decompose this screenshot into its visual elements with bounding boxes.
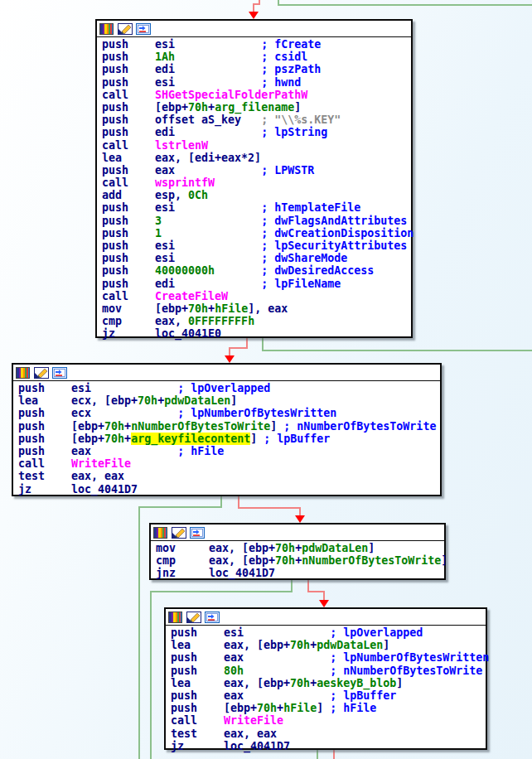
code-segment: ] (441, 554, 447, 567)
code-line[interactable]: jnz loc_4041D7 (156, 567, 444, 579)
code-line[interactable]: push 40000000h ; dwDesiredAccess (102, 264, 411, 277)
code-segment: push ecx (18, 407, 177, 419)
node-color-icon[interactable] (168, 612, 183, 623)
code-line[interactable]: push ecx ; lpNumberOfBytesWritten (18, 407, 440, 419)
block-code: push esi ; lpOverlappedlea eax, [ebp+70h… (166, 626, 486, 752)
code-line[interactable]: test eax, eax (171, 728, 486, 740)
block-writefile-1[interactable]: push esi ; lpOverlappedlea ecx, [ebp+70h… (12, 363, 442, 496)
code-line[interactable]: push edi ; pszPath (102, 63, 411, 75)
code-segment: lea ecx, [ebp+ (18, 394, 138, 407)
code-line[interactable]: call wsprintfW (102, 176, 411, 189)
code-line[interactable]: mov [ebp+70h+hFile], eax (102, 302, 411, 315)
code-line[interactable]: cmp eax, [ebp+70h+nNumberOfBytesToWrite] (156, 554, 444, 567)
edge-segment (150, 591, 293, 592)
code-line[interactable]: jz loc_4041E0 (102, 327, 411, 340)
code-segment: push eax (18, 445, 177, 457)
edit-comment-icon[interactable] (186, 612, 201, 623)
group-node-icon[interactable] (190, 527, 205, 539)
group-node-icon[interactable] (205, 612, 220, 623)
code-segment: push edi (102, 126, 261, 138)
code-line[interactable]: jz loc_4041D7 (171, 740, 486, 752)
code-segment: ; dwDesiredAccess (261, 264, 374, 277)
code-segment: 70h (257, 702, 277, 714)
edge-arrowhead-icon (249, 12, 259, 19)
block-title-bar (97, 21, 411, 37)
code-segment: push offset aS_key (102, 114, 261, 126)
code-line[interactable]: push edi ; lpFileName (102, 278, 411, 290)
block-code: mov eax, [ebp+70h+pdwDataLen]cmp eax, [e… (151, 541, 444, 580)
code-line[interactable]: push eax ; lpNumberOfBytesWritten (171, 651, 486, 664)
code-line[interactable]: push [ebp+70h+arg_filename] (102, 101, 411, 114)
code-line[interactable]: lea eax, [ebp+70h+aeskeyB_blob] (171, 677, 486, 689)
code-line[interactable]: push 1Ah ; csidl (102, 51, 411, 63)
code-line[interactable]: push esi ; fCreate (102, 38, 411, 51)
code-line[interactable]: lea eax, [edi+eax*2] (102, 152, 411, 164)
code-segment: aeskeyB_blob (317, 677, 396, 689)
code-line[interactable]: call WriteFile (171, 714, 486, 727)
code-segment: + (310, 639, 317, 651)
block-createfile[interactable]: push esi ; fCreatepush 1Ah ; csidlpush e… (95, 19, 413, 338)
code-line[interactable]: push eax ; LPWSTR (102, 164, 411, 176)
code-segment: ; nNumberOfBytesToWrite (283, 420, 436, 433)
code-line[interactable]: push [ebp+70h+nNumberOfBytesToWrite] ; n… (18, 420, 440, 433)
code-segment: ] (396, 677, 403, 689)
code-line[interactable]: push [ebp+70h+hFile] ; hFile (171, 702, 486, 714)
code-line[interactable]: push 3 ; dwFlagsAndAttributes (102, 215, 411, 227)
code-line[interactable]: push esi ; hwnd (102, 76, 411, 89)
code-segment: ; lpOverlapped (177, 382, 270, 394)
code-line[interactable]: push [ebp+70h+arg_keyfilecontent] ; lpBu… (18, 433, 440, 445)
code-segment: push esi (18, 382, 177, 394)
code-segment: jnz loc_4041D7 (156, 567, 275, 579)
code-line[interactable]: add esp, 0Ch (102, 189, 411, 201)
edit-comment-icon[interactable] (172, 527, 186, 539)
block-writefile-2[interactable]: push esi ; lpOverlappedlea eax, [ebp+70h… (164, 607, 487, 750)
code-segment: cmp eax, [ebp+ (156, 554, 275, 567)
code-segment: ] (368, 542, 375, 554)
code-line[interactable]: mov eax, [ebp+70h+pdwDataLen] (156, 542, 444, 554)
block-title-bar (151, 525, 444, 541)
code-line[interactable]: push esi ; lpSecurityAttributes (102, 239, 411, 252)
edit-comment-icon[interactable] (34, 367, 49, 379)
group-node-icon[interactable] (52, 367, 67, 379)
group-node-icon[interactable] (136, 23, 151, 35)
edge-segment (238, 507, 301, 509)
code-segment: ; lpBuffer (264, 433, 330, 445)
code-line[interactable]: push esi ; hTemplateFile (102, 201, 411, 214)
code-segment: + (208, 302, 215, 315)
code-segment: pdwDataLen (164, 394, 230, 407)
code-line[interactable]: call lstrlenW (102, 139, 411, 152)
edge-arrowhead-icon (319, 600, 329, 607)
code-segment (162, 215, 261, 227)
code-segment: 80h (224, 665, 244, 677)
code-line[interactable]: push offset aS_key ; "\\%s.KEY" (102, 114, 411, 126)
block-lencheck[interactable]: mov eax, [ebp+70h+pdwDataLen]cmp eax, [e… (149, 523, 446, 580)
code-line[interactable]: lea ecx, [ebp+70h+pdwDataLen] (18, 394, 440, 407)
node-color-icon[interactable] (16, 367, 31, 379)
node-color-icon[interactable] (99, 23, 114, 35)
code-segment: ], eax (248, 302, 288, 315)
code-line[interactable]: push edi ; lpString (102, 126, 411, 138)
code-segment: call (102, 176, 155, 189)
code-line[interactable]: call SHGetSpecialFolderPathW (102, 89, 411, 101)
code-segment: mov eax, [ebp+ (156, 542, 275, 554)
block-title-bar (13, 365, 440, 381)
code-segment: push [ebp+ (102, 101, 188, 114)
node-color-icon[interactable] (153, 527, 168, 539)
code-line[interactable]: push 80h ; nNumberOfBytesToWrite (171, 665, 486, 677)
code-line[interactable]: jz loc_4041D7 (18, 483, 440, 496)
code-line[interactable]: call WriteFile (18, 457, 440, 470)
code-segment: ; hTemplateFile (261, 201, 360, 214)
code-line[interactable]: push esi ; dwShareMode (102, 252, 411, 264)
code-line[interactable]: push esi ; lpOverlapped (171, 626, 486, 639)
code-line[interactable]: cmp eax, 0FFFFFFFFh (102, 315, 411, 327)
block-code: push esi ; fCreatepush 1Ah ; csidlpush e… (97, 37, 411, 341)
code-line[interactable]: push eax ; lpBuffer (171, 689, 486, 702)
code-line[interactable]: push esi ; lpOverlapped (18, 382, 440, 394)
code-line[interactable]: call CreateFileW (102, 290, 411, 302)
code-segment: ; lpNumberOfBytesWritten (330, 651, 489, 664)
code-line[interactable]: push 1 ; dwCreationDisposition (102, 227, 411, 239)
edit-comment-icon[interactable] (118, 23, 133, 35)
code-line[interactable]: lea eax, [ebp+70h+pdwDataLen] (171, 639, 486, 651)
code-line[interactable]: push eax ; hFile (18, 445, 440, 457)
code-line[interactable]: test eax, eax (18, 470, 440, 482)
